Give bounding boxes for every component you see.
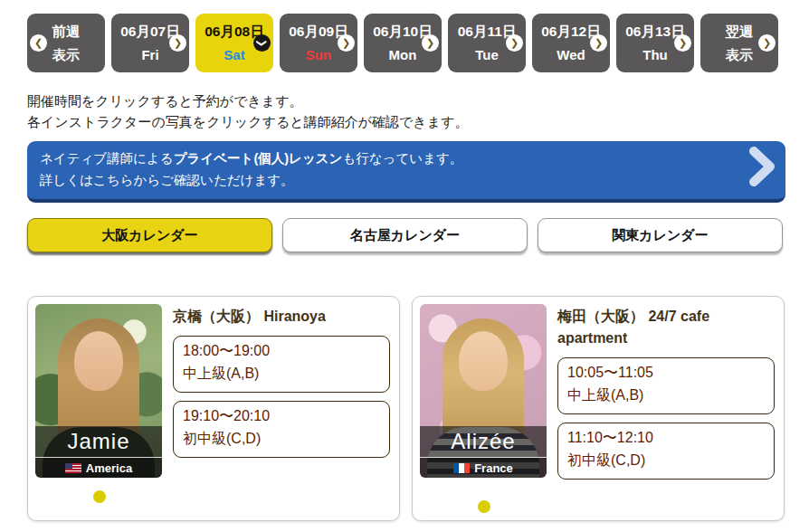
chevron-down-icon: ❯ — [253, 34, 271, 52]
calendar-tab-0[interactable]: 大阪カレンダー — [27, 218, 272, 252]
slot-level: 初中級(C,D) — [567, 450, 765, 472]
chevron-right-icon: ❯ — [169, 34, 186, 52]
next-week-button[interactable]: ❯ 翌週 表示 — [700, 14, 778, 72]
instructor-photo[interactable]: Alizée France — [420, 304, 547, 478]
chevron-right-icon — [749, 147, 775, 194]
day-weekday-label: Mon — [389, 43, 417, 67]
instruction-line-2: 各インストラクターの写真をクリックすると講師紹介が確認できます。 — [27, 111, 785, 132]
carousel-dots — [420, 488, 776, 513]
next-week-label-line2: 表示 — [726, 43, 753, 67]
chevron-right-icon: ❯ — [674, 34, 691, 52]
chevron-right-icon: ❯ — [506, 34, 523, 52]
day-button[interactable]: 06月13日 Thu ❯ — [616, 14, 694, 72]
chevron-right-icon: ❯ — [758, 34, 776, 52]
chevron-right-icon: ❯ — [590, 34, 607, 52]
slot-level: 初中級(C,D) — [183, 428, 380, 451]
day-button[interactable]: 06月12日 Wed ❯ — [532, 14, 610, 72]
carousel-dot[interactable] — [93, 490, 106, 503]
instructor-card: Jamie America 京橋（大阪） Hiranoya 18:00〜19:0… — [27, 296, 400, 520]
day-button[interactable]: 06月10日 Mon ❯ — [364, 14, 442, 72]
slot-level: 中上級(A,B) — [567, 385, 765, 407]
prev-week-button[interactable]: ❮ 前週 表示 — [27, 14, 105, 72]
location-title: 京橋（大阪） Hiranoya — [173, 306, 390, 328]
instructor-country: France — [420, 457, 547, 478]
instructor-card: Alizée France 梅田（大阪） 24/7 cafe apartment… — [412, 296, 785, 520]
photo-face — [74, 331, 123, 391]
country-label: America — [86, 461, 132, 475]
country-flag-icon — [453, 463, 470, 473]
next-week-label-line1: 翌週 — [726, 19, 754, 43]
slot-time: 19:10〜20:10 — [183, 405, 380, 428]
time-slot[interactable]: 11:10〜12:10 初中級(C,D) — [557, 423, 775, 480]
instructor-name: Jamie — [35, 426, 162, 458]
lesson-calendar-page: ❮ 前週 表示 06月07日 Fri ❯ 06月08日 Sat ❯ 06月09日… — [0, 0, 809, 521]
instructor-name: Alizée — [420, 426, 547, 458]
slot-time: 11:10〜12:10 — [567, 427, 765, 450]
day-weekday-label: Fri — [141, 43, 158, 67]
week-navigation: ❮ 前週 表示 06月07日 Fri ❯ 06月08日 Sat ❯ 06月09日… — [27, 14, 785, 72]
instructions-text: 開催時間をクリックすると予約ができます。 各インストラクターの写真をクリックする… — [27, 90, 785, 133]
prev-week-label-line2: 表示 — [52, 43, 80, 67]
chevron-left-icon: ❮ — [30, 34, 47, 52]
banner-line-2: 詳しくはこちらからご確認いただけます。 — [40, 169, 728, 192]
carousel-dot[interactable] — [478, 500, 490, 513]
time-slot[interactable]: 18:00〜19:00 中上級(A,B) — [173, 336, 390, 393]
day-weekday-label: Tue — [475, 43, 499, 67]
day-button[interactable]: 06月07日 Fri ❯ — [111, 14, 189, 72]
time-slot[interactable]: 10:05〜11:05 中上級(A,B) — [557, 357, 775, 414]
instructor-cards: Jamie America 京橋（大阪） Hiranoya 18:00〜19:0… — [27, 296, 785, 520]
calendar-tab-1[interactable]: 名古屋カレンダー — [282, 218, 528, 252]
day-button[interactable]: 06月09日 Sun ❯ — [280, 14, 357, 72]
calendar-tabs: 大阪カレンダー名古屋カレンダー関東カレンダー — [27, 218, 785, 252]
calendar-tab-2[interactable]: 関東カレンダー — [538, 218, 783, 252]
day-button[interactable]: 06月08日 Sat ❯ — [195, 14, 273, 72]
time-slot-list: 18:00〜19:00 中上級(A,B) 19:10〜20:10 初中級(C,D… — [173, 336, 390, 457]
time-slot[interactable]: 19:10〜20:10 初中級(C,D) — [173, 401, 390, 458]
location-title: 梅田（大阪） 24/7 cafe apartment — [557, 306, 775, 349]
day-button[interactable]: 06月11日 Tue ❯ — [448, 14, 526, 72]
instruction-line-1: 開催時間をクリックすると予約ができます。 — [27, 90, 785, 111]
private-lesson-banner[interactable]: ネイティブ講師によるプライベート(個人)レッスンも行なっています。 詳しくはこち… — [27, 141, 785, 204]
slot-time: 18:00〜19:00 — [183, 340, 380, 363]
day-weekday-label: Sun — [306, 43, 331, 67]
country-label: France — [474, 461, 513, 475]
prev-week-label-line1: 前週 — [52, 19, 81, 43]
chevron-right-icon: ❯ — [338, 34, 355, 52]
chevron-right-icon: ❯ — [422, 34, 439, 52]
day-weekday-label: Sat — [224, 43, 244, 67]
day-weekday-label: Thu — [642, 43, 668, 67]
photo-face — [459, 331, 508, 391]
slot-time: 10:05〜11:05 — [567, 362, 765, 385]
time-slot-list: 10:05〜11:05 中上級(A,B) 11:10〜12:10 初中級(C,D… — [557, 357, 775, 479]
country-flag-icon — [65, 463, 81, 473]
day-weekday-label: Wed — [557, 43, 585, 67]
banner-line-1: ネイティブ講師によるプライベート(個人)レッスンも行なっています。 — [40, 147, 728, 170]
carousel-dots — [35, 478, 392, 503]
instructor-country: America — [35, 457, 162, 478]
instructor-photo[interactable]: Jamie America — [35, 304, 162, 478]
slot-level: 中上級(A,B) — [183, 363, 380, 385]
